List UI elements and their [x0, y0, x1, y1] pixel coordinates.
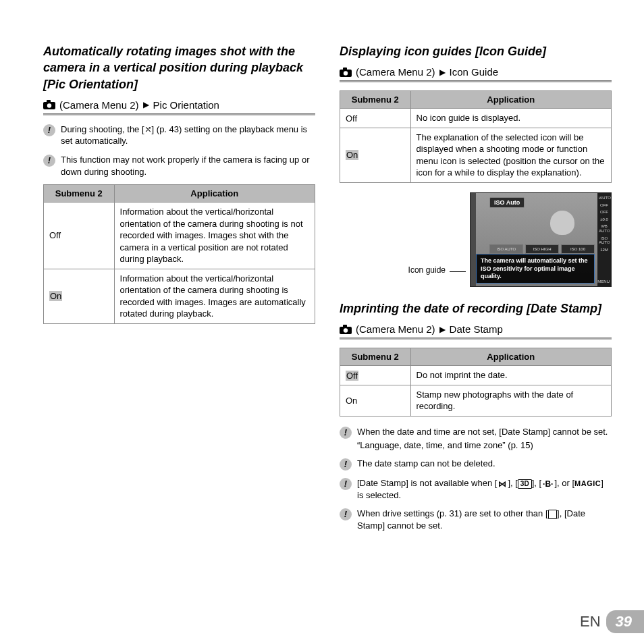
th-submenu: Submenu 2 [340, 348, 411, 366]
beauty-icon: ·B· [541, 480, 554, 488]
left-column: Automatically rotating images shot with … [43, 43, 315, 538]
icon-guide-path: (Camera Menu 2) ▶ Icon Guide [340, 66, 612, 78]
table-row: On Stamp new photographs with the date o… [340, 385, 612, 416]
side-label: WB AUTO [599, 224, 610, 233]
iso-auto-icon: ISO AUTO [489, 244, 523, 254]
table-row: Off No icon guide is displayed. [340, 109, 612, 128]
note: ! During shooting, the [⤯] (p. 43) setti… [43, 124, 315, 147]
app-cell: Information about the vertical/horizonta… [114, 203, 315, 269]
iso-100-icon: ISO 100 [561, 244, 595, 254]
app-cell: Information about the vertical/horizonta… [114, 269, 315, 323]
svg-rect-1 [47, 100, 51, 103]
warning-icon: ! [340, 478, 352, 490]
setting-cell: Off [340, 109, 411, 128]
setting-cell: On [340, 385, 411, 416]
note: ! When drive settings (p. 31) are set to… [340, 508, 612, 531]
setting-cell: On [44, 269, 115, 323]
note-text: This function may not work properly if t… [61, 154, 315, 178]
menu-path-label: (Camera Menu 2) [356, 66, 435, 78]
th-submenu: Submenu 2 [44, 185, 115, 203]
table-row: On The explanation of the selected icon … [340, 128, 612, 182]
arrow-icon: ▶ [439, 68, 446, 77]
date-stamp-table: Submenu 2 Application Off Do not imprint… [340, 348, 612, 417]
camera-icon [43, 100, 55, 109]
note: ! The date stamp can not be deleted. [340, 458, 612, 471]
page-number-badge: 39 [606, 610, 644, 633]
iso-auto-badge: ISO Auto [489, 197, 525, 208]
app-cell: Stamp new photographs with the date of r… [410, 385, 611, 416]
warning-icon: ! [43, 155, 55, 167]
menu-tag: MENU [597, 279, 610, 284]
svg-point-5 [344, 71, 348, 75]
pic-orientation-path: (Camera Menu 2) ▶ Pic Orientation [43, 99, 315, 111]
date-stamp-path: (Camera Menu 2) ▶ Date Stamp [340, 323, 612, 335]
lang-label: EN [580, 613, 601, 630]
page-footer: EN 39 [580, 610, 644, 633]
iso-high-icon: ISO HIGH [525, 244, 559, 254]
setting-cell: Off [44, 203, 115, 269]
warning-icon: ! [43, 124, 55, 136]
note-text: When the date and time are not set, [Dat… [357, 426, 612, 451]
table-row: Off Information about the vertical/horiz… [44, 203, 315, 269]
divider [340, 338, 612, 340]
right-column: Displaying icon guides [Icon Guide] (Cam… [340, 43, 612, 538]
svg-point-2 [47, 104, 51, 108]
side-label: ISO AUTO [599, 236, 610, 245]
panorama-icon: ⋈ [497, 480, 508, 488]
svg-rect-4 [343, 68, 347, 70]
note: ! [Date Stamp] is not available when [⋈]… [340, 477, 612, 501]
lcd-screenshot: ISO Auto iAUTO OFF OFF ±0.0 WB AUTO ISO … [470, 192, 612, 287]
icon-guide-title: Displaying icon guides [Icon Guide] [340, 43, 612, 59]
divider [340, 80, 612, 82]
setting-cell: On [340, 128, 411, 182]
note: ! When the date and time are not set, [D… [340, 426, 612, 451]
single-frame-icon [548, 510, 558, 519]
lcd-bottom-icons: ISO AUTO ISO HIGH ISO 100 [489, 244, 595, 254]
warning-icon: ! [340, 427, 352, 439]
pointer-line [450, 271, 466, 272]
th-submenu: Submenu 2 [340, 91, 411, 109]
magic-icon: MAGIC [574, 479, 601, 487]
svg-point-8 [344, 328, 348, 332]
table-row: Off Do not imprint the date. [340, 366, 612, 385]
app-cell: No icon guide is displayed. [410, 109, 611, 128]
divider [43, 113, 315, 115]
svg-rect-7 [343, 325, 347, 327]
th-application: Application [114, 185, 315, 203]
3d-icon: 3D [518, 479, 532, 489]
menu-path-item: Pic Orientation [153, 99, 219, 111]
side-label: iAUTO [599, 196, 610, 200]
page-number: 39 [616, 613, 632, 630]
icon-guide-table: Submenu 2 Application Off No icon guide … [340, 90, 612, 183]
date-stamp-title: Imprinting the date of recording [Date S… [340, 300, 612, 317]
side-label: OFF [599, 210, 610, 215]
side-label: ±0.0 [599, 217, 610, 222]
arrow-icon: ▶ [143, 100, 149, 109]
note-text: When drive settings (p. 31) are set to o… [357, 508, 612, 531]
menu-path-label: (Camera Menu 2) [356, 323, 435, 335]
warning-icon: ! [340, 458, 352, 471]
note-text: The date stamp can not be deleted. [357, 458, 612, 470]
side-label: 12M [599, 248, 610, 252]
pic-orientation-table: Submenu 2 Application Off Information ab… [43, 184, 315, 324]
side-label: OFF [599, 203, 610, 208]
figure-caption: Icon guide [408, 265, 446, 287]
icon-guide-tip: The camera will automatically set the IS… [476, 254, 595, 284]
table-row: On Information about the vertical/horizo… [44, 269, 315, 323]
camera-icon [340, 325, 352, 334]
warning-icon: ! [340, 508, 352, 520]
th-application: Application [410, 91, 611, 109]
note: ! This function may not work properly if… [43, 154, 315, 178]
setting-cell: Off [340, 366, 411, 385]
menu-path-label: (Camera Menu 2) [59, 99, 139, 111]
app-cell: The explanation of the selected icon wil… [410, 128, 611, 182]
pic-orientation-title: Automatically rotating images shot with … [43, 43, 315, 92]
camera-icon [340, 68, 352, 77]
app-cell: Do not imprint the date. [410, 366, 611, 385]
arrow-icon: ▶ [439, 325, 446, 334]
menu-path-item: Date Stamp [450, 323, 503, 335]
note-text: [Date Stamp] is not available when [⋈], … [357, 477, 612, 501]
icon-guide-figure: Icon guide ISO Auto iAUTO OFF OFF ±0.0 W… [340, 192, 612, 287]
menu-path-item: Icon Guide [450, 66, 499, 78]
lcd-sidebar: iAUTO OFF OFF ±0.0 WB AUTO ISO AUTO 12M [597, 193, 611, 286]
